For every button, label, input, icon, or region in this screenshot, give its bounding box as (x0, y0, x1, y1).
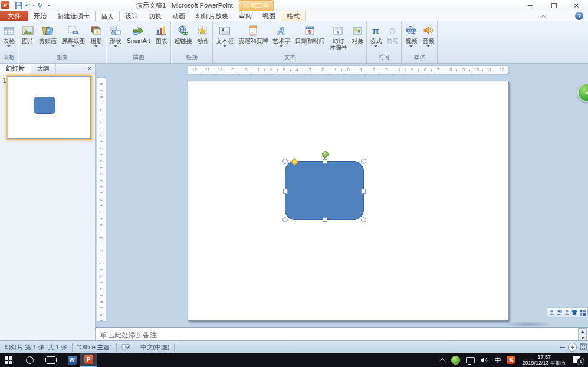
group-label[interactable]: 符号 (367, 53, 400, 63)
notes-placeholder[interactable]: 单击此处添加备注 (100, 330, 157, 340)
smartart-icon (132, 23, 146, 38)
start-button[interactable] (0, 353, 17, 367)
group-label[interactable]: 表格 (1, 53, 17, 63)
notes-pane[interactable]: 单击此处添加备注 (96, 327, 588, 341)
slide-number-button[interactable]: # 幻灯 片编号 (327, 21, 349, 53)
tab-insert[interactable]: 插入 (95, 11, 120, 21)
object-button[interactable]: 对象 (349, 21, 366, 53)
sogou-tray-button[interactable]: S (504, 353, 518, 367)
word-taskbar-button[interactable]: W (64, 353, 80, 367)
resize-handle-n[interactable] (323, 159, 327, 164)
help-button[interactable]: ? (575, 12, 583, 20)
group-label[interactable]: 图像 (19, 53, 105, 63)
slide-thumbnail[interactable] (8, 76, 91, 139)
tray-expand-button[interactable] (438, 353, 448, 367)
person-icon[interactable] (564, 310, 570, 316)
volume-tray-button[interactable] (478, 353, 491, 367)
notification-badge: 1 (577, 358, 584, 365)
tab-file[interactable]: 文件 (0, 11, 28, 21)
shirt-icon[interactable] (571, 310, 577, 316)
tab-slides-pane[interactable]: 幻灯片 (0, 64, 31, 74)
header-footer-button[interactable]: 页眉和页脚 (236, 21, 270, 53)
grid-icon[interactable] (580, 310, 586, 316)
taskbar-left: W P (0, 353, 97, 367)
resize-handle-ne[interactable] (361, 159, 366, 164)
taskbar-clock[interactable]: 17:57 2019/12/13 星期五 (518, 354, 570, 366)
group-label[interactable]: 插图 (107, 53, 170, 63)
wordart-button[interactable]: A 艺术字 (270, 21, 293, 53)
antivirus-tray-button[interactable] (448, 353, 463, 367)
close-button[interactable] (570, 1, 583, 9)
video-button[interactable]: 视频 (402, 21, 420, 53)
resize-handle-sw[interactable] (282, 217, 288, 222)
language-indicator[interactable]: 中文(中国) (136, 343, 174, 352)
resize-handle-se[interactable] (361, 217, 366, 222)
tab-view[interactable]: 视图 (257, 11, 281, 21)
equation-icon: π (370, 23, 382, 38)
zoom-out-icon[interactable] (560, 347, 565, 348)
fit-to-window-icon[interactable] (580, 343, 587, 350)
floating-widget-toolbar[interactable] (547, 307, 588, 317)
resize-handle-e[interactable] (361, 189, 366, 194)
action-button[interactable]: 动作 (194, 21, 212, 53)
theme-name[interactable]: "Office 主题" (73, 343, 117, 352)
tab-transitions[interactable]: 切换 (143, 11, 167, 21)
selected-shape[interactable] (285, 161, 364, 220)
customize-qat-icon[interactable] (48, 5, 50, 6)
rotate-handle[interactable] (322, 151, 329, 158)
restore-button[interactable] (547, 1, 560, 9)
tab-home[interactable]: 开始 (28, 11, 52, 21)
group-illustrations: 形状 SmartArt 图表 插图 (106, 21, 171, 63)
tab-newtab[interactable]: 新建选项卡 (52, 11, 95, 21)
equation-button[interactable]: π 公式 (367, 21, 384, 53)
undo-dropdown-icon[interactable] (32, 5, 35, 6)
photo-album-button[interactable]: 相册 (87, 21, 105, 53)
slide-canvas[interactable] (188, 81, 509, 321)
tab-review[interactable]: 审阅 (234, 11, 257, 21)
panel-close-button[interactable]: × (84, 64, 95, 74)
person-add-icon[interactable] (557, 310, 562, 316)
undo-button[interactable]: ↶ (25, 1, 30, 9)
action-center-button[interactable]: 1 (573, 356, 582, 364)
group-label[interactable]: 媒体 (402, 53, 436, 63)
group-label[interactable]: 文本 (213, 53, 366, 63)
group-label[interactable]: 链接 (172, 53, 212, 63)
shapes-button[interactable]: 形状 (107, 21, 124, 53)
minimize-button[interactable] (524, 1, 537, 9)
tab-slideshow[interactable]: 幻灯片放映 (190, 11, 234, 21)
picture-button[interactable]: 图片 (19, 21, 37, 53)
chart-button[interactable]: 图表 (152, 21, 170, 53)
audio-button[interactable]: 音频 (420, 21, 436, 53)
text-box-button[interactable]: A 文本框 (213, 21, 236, 53)
smartart-button[interactable]: SmartArt (124, 21, 152, 53)
date-time-button[interactable]: 5 日期和时间 (293, 21, 327, 53)
screenshot-button[interactable]: 屏幕截图 (59, 21, 87, 53)
spellcheck-icon[interactable] (117, 343, 136, 351)
table-button[interactable]: 表格 (1, 21, 17, 53)
task-view-button[interactable] (42, 353, 59, 367)
display-tray-button[interactable] (463, 353, 478, 367)
hyperlink-button[interactable]: 超链接 (172, 21, 194, 53)
tab-animations[interactable]: 动画 (167, 11, 190, 21)
search-button[interactable] (21, 353, 38, 367)
divider (45, 2, 45, 9)
zoom-in-button[interactable]: + (568, 343, 577, 352)
collapse-ribbon-button[interactable] (538, 13, 549, 20)
tab-format[interactable]: 格式 (281, 11, 306, 21)
person-icon[interactable] (549, 310, 554, 316)
notes-splitter[interactable] (96, 320, 588, 327)
resize-handle-s[interactable] (323, 217, 327, 222)
resize-handle-w[interactable] (283, 189, 288, 194)
tab-outline-pane[interactable]: 大纲 (31, 64, 56, 74)
save-button[interactable] (15, 2, 22, 9)
resize-handle-nw[interactable] (282, 159, 288, 164)
tab-design[interactable]: 设计 (120, 11, 143, 21)
powerpoint-app-icon[interactable]: P (1, 1, 9, 9)
redo-button[interactable]: ↻ (37, 1, 42, 9)
splitter-grip[interactable] (504, 322, 552, 327)
ruler-mark: 4 (393, 66, 406, 74)
ime-indicator[interactable]: 中 (491, 353, 504, 367)
clipart-button[interactable]: 剪贴画 (37, 21, 59, 53)
powerpoint-taskbar-button[interactable]: P (80, 353, 97, 367)
date-time-icon: 5 (304, 23, 316, 38)
